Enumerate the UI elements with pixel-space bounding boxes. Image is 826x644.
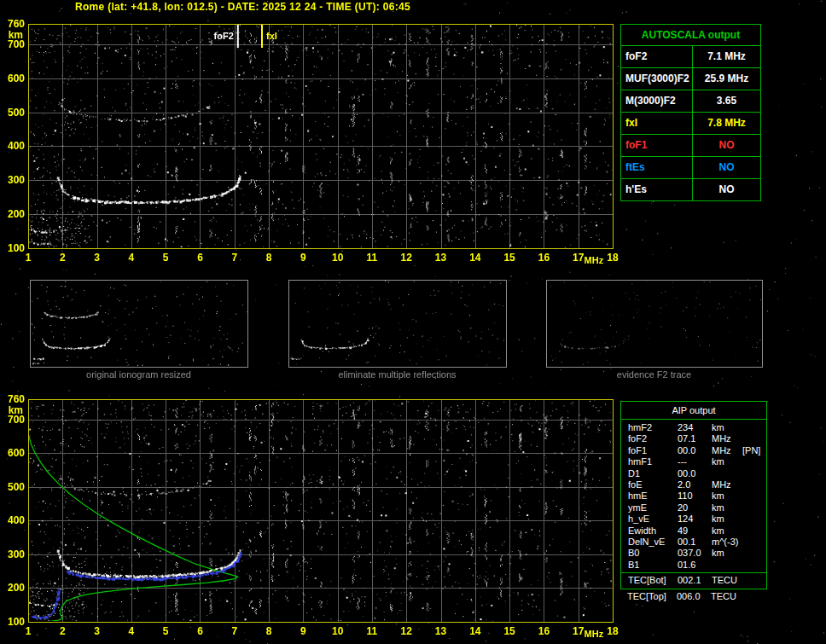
- autoscala-row-value: 7.1 MHz: [693, 46, 760, 67]
- aip-tec-top-row: TEC[Top]006.0TECU: [620, 589, 767, 604]
- aip-row: D100.0: [621, 468, 766, 479]
- aip-value: 006.0: [677, 591, 711, 602]
- aip-unit: km: [712, 548, 742, 559]
- aip-value: 00.0: [678, 468, 712, 479]
- aip-value: 00.0: [678, 445, 712, 456]
- aip-label: Ewidth: [628, 525, 678, 537]
- aip-row: hmF1---km: [621, 456, 766, 467]
- aip-value: ---: [678, 456, 712, 467]
- aip-unit: [712, 468, 742, 479]
- aip-value: 01.6: [678, 560, 712, 571]
- aip-label: h_vE: [628, 513, 678, 525]
- thumbnail-caption-original: original ionogram resized: [30, 369, 247, 380]
- autoscala-row: foF27.1 MHz: [621, 46, 760, 68]
- thumbnail-caption-eliminate-reflections: eliminate multiple reflections: [288, 369, 506, 380]
- aip-row: h_vE124km: [621, 513, 766, 525]
- aip-value: 2.0: [678, 479, 712, 490]
- aip-note: [742, 468, 766, 479]
- autoscala-row: h'EsNO: [621, 179, 760, 200]
- aip-label: foF2: [628, 433, 678, 444]
- aip-note: [742, 479, 766, 490]
- autoscala-row-label: MUF(3000)F2: [621, 68, 693, 90]
- aip-row: foF100.0MHz[PN]: [621, 445, 766, 456]
- aip-row: foE2.0MHz: [621, 479, 766, 490]
- aip-row: hmF2234km: [621, 422, 766, 433]
- autoscala-row-value: NO: [693, 157, 760, 178]
- aip-row: B101.6: [621, 560, 766, 571]
- aip-label: DelN_vE: [628, 537, 678, 548]
- aip-note: [742, 513, 766, 525]
- aip-note: [742, 502, 766, 513]
- aip-value: 124: [678, 513, 712, 525]
- autoscala-row-value: NO: [693, 179, 760, 200]
- aip-note: [PN]: [742, 445, 766, 456]
- station-title: Rome (lat: +41.8, lon: 012.5) - DATE: 20…: [75, 1, 410, 13]
- aip-unit: m^(-3): [712, 537, 742, 548]
- aip-table-body: hmF2234kmfoF207.1MHzfoF100.0MHz[PN]hmF1-…: [621, 420, 766, 572]
- aip-row: hmE110km: [621, 490, 766, 502]
- aip-unit: km: [712, 513, 742, 525]
- aip-unit: km: [712, 525, 742, 537]
- autoscala-row-label: foF1: [621, 135, 693, 156]
- autoscala-row: MUF(3000)F225.9 MHz: [621, 68, 760, 90]
- aip-value: 07.1: [678, 433, 712, 444]
- autoscala-row-value: 25.9 MHz: [693, 68, 760, 90]
- autoscala-row: ftEsNO: [621, 157, 760, 179]
- autoscala-row-value: NO: [693, 135, 760, 156]
- aip-unit: km: [712, 456, 742, 467]
- autoscala-row-label: ftEs: [621, 157, 693, 178]
- autoscala-table-header: AUTOSCALA output: [621, 25, 760, 46]
- aip-unit: TECU: [711, 591, 742, 602]
- aip-table-box: AIP output hmF2234kmfoF207.1MHzfoF100.0M…: [620, 401, 767, 589]
- aip-row: DelN_vE00.1m^(-3): [621, 537, 766, 548]
- aip-value: 49: [678, 525, 712, 537]
- autoscala-table: AUTOSCALA output foF27.1 MHzMUF(3000)F22…: [620, 24, 761, 201]
- aip-note: [742, 422, 766, 433]
- aip-label: D1: [628, 468, 678, 479]
- aip-label: TEC[Bot]: [628, 575, 678, 586]
- aip-label: ymE: [628, 502, 678, 513]
- autoscala-row: M(3000)F23.65: [621, 90, 760, 113]
- aip-value: 037.0: [678, 548, 712, 559]
- aip-row: TEC[Bot]002.1TECU: [621, 575, 766, 586]
- autoscala-row-value: 7.8 MHz: [693, 113, 760, 134]
- aip-unit: MHz: [712, 445, 742, 456]
- aip-value: 20: [678, 502, 712, 513]
- aip-note: [742, 537, 766, 548]
- aip-unit: km: [712, 490, 742, 502]
- autoscala-row: foF1NO: [621, 135, 760, 157]
- aip-row: TEC[Top]006.0TECU: [620, 591, 767, 602]
- aip-unit: km: [712, 502, 742, 513]
- aip-row: B0037.0km: [621, 548, 766, 559]
- aip-table-header: AIP output: [621, 402, 766, 420]
- autoscala-table-body: foF27.1 MHzMUF(3000)F225.9 MHzM(3000)F23…: [621, 46, 760, 200]
- autoscala-row-label: M(3000)F2: [621, 90, 693, 112]
- aip-label: hmE: [628, 490, 678, 502]
- aip-unit: TECU: [712, 575, 742, 586]
- aip-table: AIP output hmF2234kmfoF207.1MHzfoF100.0M…: [620, 401, 767, 604]
- aip-label: foF1: [628, 445, 678, 456]
- autoscala-row-label: fxI: [621, 113, 693, 134]
- autoscala-row-label: h'Es: [621, 179, 693, 200]
- aip-unit: km: [712, 422, 742, 433]
- aip-label: B1: [628, 560, 678, 571]
- aip-note: [742, 560, 766, 571]
- aip-value: 00.1: [678, 537, 712, 548]
- aip-value: 002.1: [678, 575, 712, 586]
- aip-row: Ewidth49km: [621, 525, 766, 537]
- aip-label: TEC[Top]: [627, 591, 677, 602]
- aip-note: [742, 591, 767, 602]
- autoscala-row-label: foF2: [621, 46, 693, 67]
- aip-unit: MHz: [712, 433, 742, 444]
- autoscala-app-window: Rome (lat: +41.8, lon: 012.5) - DATE: 20…: [0, 0, 826, 644]
- aip-label: B0: [628, 548, 678, 559]
- aip-note: [742, 575, 766, 586]
- aip-row: foF207.1MHz: [621, 433, 766, 444]
- autoscala-row: fxI7.8 MHz: [621, 113, 760, 135]
- aip-row: ymE20km: [621, 502, 766, 513]
- aip-tec-bot-row: TEC[Bot]002.1TECU: [621, 572, 766, 588]
- aip-note: [742, 456, 766, 467]
- aip-note: [742, 433, 766, 444]
- aip-label: foE: [628, 479, 678, 490]
- aip-note: [742, 548, 766, 559]
